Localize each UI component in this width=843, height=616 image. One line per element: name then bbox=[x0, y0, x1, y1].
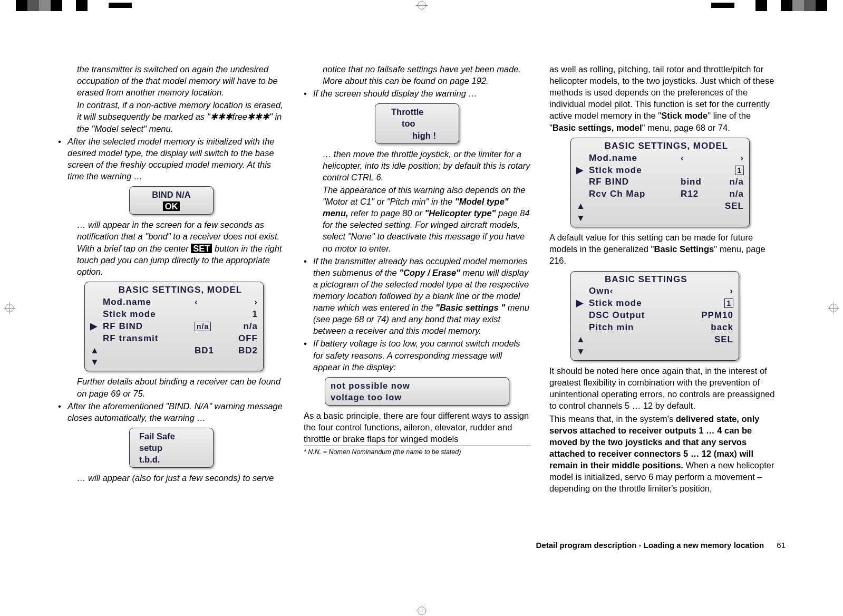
lcd-cell: Stick mode bbox=[589, 165, 681, 177]
lcd-line: t.b.d. bbox=[139, 454, 208, 465]
lcd-cell: Pitch min bbox=[589, 322, 702, 334]
lcd-cell: RF BIND bbox=[589, 176, 681, 188]
lcd-cell: PPM10 bbox=[691, 310, 733, 322]
lcd-line: too bbox=[391, 118, 453, 129]
lcd-line: not possible now bbox=[331, 380, 503, 391]
page-number: 61 bbox=[777, 541, 786, 550]
lcd-cell: RF BIND bbox=[103, 321, 195, 333]
lcd-cell: RF transmit bbox=[103, 333, 195, 345]
lcd-cell: BD2 bbox=[226, 345, 258, 369]
paragraph: As a basic principle, there are four dif… bbox=[304, 410, 530, 445]
color-bar-left bbox=[16, 0, 132, 11]
lcd-cell: n/a bbox=[712, 176, 744, 188]
lcd-cell: Stick mode bbox=[103, 309, 195, 321]
lcd-cell: Mod.name bbox=[103, 296, 195, 309]
lcd-basic-settings-model-2: BASIC SETTINGS, MODEL Mod.name‹› ▶Stick … bbox=[570, 138, 750, 228]
text: This means that, in the system's bbox=[549, 414, 676, 424]
lcd-cell: n/a bbox=[226, 321, 258, 333]
lcd-cell: bind bbox=[681, 176, 712, 188]
lcd-cell-boxed: n/a bbox=[195, 322, 211, 331]
lcd-cell: DSC Output bbox=[589, 310, 691, 322]
lcd-line: setup bbox=[139, 442, 208, 454]
footnote: * N.N. = Nomen Nominandum (the name to b… bbox=[304, 446, 530, 457]
paragraph: A default value for this setting can be … bbox=[549, 232, 776, 266]
registration-target-icon bbox=[829, 304, 838, 312]
paragraph: … will appear (also for just a few secon… bbox=[58, 472, 285, 484]
bullet: After the selected model memory is initi… bbox=[58, 136, 285, 182]
text-bold: Basic settings, model bbox=[553, 123, 642, 132]
lcd-throttle-high: Throttle too high ! bbox=[375, 103, 459, 143]
ok-badge: OK bbox=[163, 201, 180, 211]
lcd-cell: n/a bbox=[712, 188, 744, 200]
paragraph: Further details about binding a receiver… bbox=[58, 376, 285, 399]
lcd-cell: SEL bbox=[702, 334, 733, 358]
lcd-cell: Mod.name bbox=[589, 152, 681, 165]
text: " menu, page 68 or 74. bbox=[642, 123, 730, 132]
lcd-voltage-low: not possible now voltage too low bbox=[325, 377, 509, 406]
lcd-cell: back bbox=[702, 322, 733, 334]
color-bar-right bbox=[711, 0, 827, 11]
paragraph: the transmitter is switched on again the… bbox=[58, 63, 285, 98]
paragraph: In contrast, if a non-active memory loca… bbox=[58, 99, 285, 134]
column-3: as well as rolling, pitching, tail rotor… bbox=[549, 63, 776, 495]
lcd-line: Throttle bbox=[391, 106, 453, 118]
lcd-line: voltage too low bbox=[331, 391, 503, 403]
lcd-line: Fail Safe bbox=[139, 430, 208, 442]
lcd-cell: Own bbox=[589, 286, 610, 296]
lcd-cell: OFF bbox=[226, 333, 258, 345]
page-content: the transmitter is switched on again the… bbox=[58, 63, 786, 559]
footer-text: Detail program description - Loading a n… bbox=[536, 541, 764, 550]
lcd-cell: BD1 bbox=[195, 345, 226, 369]
paragraph: … then move the throttle joystick, or th… bbox=[304, 148, 530, 183]
registration-target-icon bbox=[418, 607, 426, 615]
paragraph: notice that no failsafe settings have ye… bbox=[304, 63, 530, 86]
text: refer to page 80 or bbox=[348, 208, 425, 218]
paragraph: The appearance of this warning also depe… bbox=[304, 184, 530, 254]
lcd-line: high ! bbox=[391, 130, 453, 141]
registration-target-icon bbox=[418, 1, 426, 9]
paragraph: It should be noted here once again that,… bbox=[549, 365, 776, 411]
bullet: If battery voltage is too low, you canno… bbox=[304, 338, 530, 372]
lcd-basic-settings: BASIC SETTINGS Own‹› ▶Stick mode1 DSC Ou… bbox=[570, 271, 739, 361]
lcd-title: BASIC SETTINGS, MODEL bbox=[589, 140, 744, 152]
paragraph: This means that, in the system's deliver… bbox=[549, 413, 776, 495]
lcd-cell: SEL bbox=[712, 200, 744, 225]
text: free bbox=[232, 112, 247, 121]
page-footer: Detail program description - Loading a n… bbox=[536, 541, 786, 550]
lcd-cell: 1 bbox=[226, 309, 258, 321]
bullet: If the transmitter already has occupied … bbox=[304, 255, 530, 337]
bullet: If the screen should display the warning… bbox=[304, 88, 530, 99]
lcd-title: BASIC SETTINGS, MODEL bbox=[103, 284, 258, 296]
lcd-cell: Rcv Ch Map bbox=[589, 188, 681, 200]
text-bold: Basic Settings bbox=[654, 244, 714, 254]
bullet: After the aforementioned "BIND. N/A" war… bbox=[58, 400, 285, 424]
lcd-bind-na: BIND N/A OK bbox=[129, 186, 214, 215]
lcd-title: BASIC SETTINGS bbox=[589, 274, 733, 286]
text: In contrast, if a non-active memory loca… bbox=[77, 100, 283, 121]
lcd-cell-boxed: 1 bbox=[724, 299, 733, 308]
lcd-line: BIND N/A bbox=[135, 189, 208, 200]
text-bold: "Basic settings " bbox=[435, 303, 505, 312]
text-bold: "Helicopter type" bbox=[425, 208, 496, 218]
text-bold: "Copy / Erase" bbox=[399, 268, 460, 277]
set-key: SET bbox=[191, 244, 212, 253]
column-2: notice that no failsafe settings have ye… bbox=[304, 63, 530, 495]
text-bold: Stick mode bbox=[661, 111, 708, 120]
lcd-cell-boxed: 1 bbox=[735, 166, 744, 175]
lcd-failsafe: Fail Safe setup t.b.d. bbox=[129, 428, 214, 468]
paragraph: … will appear in the screen for a few se… bbox=[58, 219, 285, 277]
lcd-basic-settings-model: BASIC SETTINGS, MODEL Mod.name‹› Stick m… bbox=[84, 282, 264, 372]
paragraph: as well as rolling, pitching, tail rotor… bbox=[549, 63, 776, 133]
lcd-cell: R12 bbox=[681, 188, 712, 200]
column-1: the transmitter is switched on again the… bbox=[58, 63, 285, 495]
print-registration-bottom bbox=[0, 605, 843, 616]
print-registration-top bbox=[0, 0, 843, 11]
registration-target-icon bbox=[5, 304, 14, 312]
lcd-cell: Stick mode bbox=[589, 297, 702, 310]
